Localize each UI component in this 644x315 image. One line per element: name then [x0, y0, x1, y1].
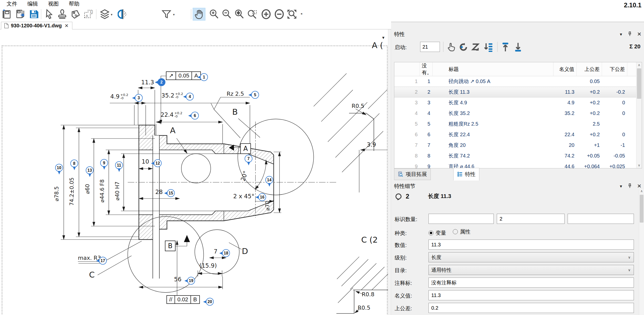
field-input[interactable] [428, 303, 634, 313]
properties-panel-buttons: ▼ ✕ [619, 31, 641, 37]
new-document-icon[interactable] [1, 8, 13, 20]
characteristic-title: 长度 11.3 [428, 192, 451, 200]
main-toolbar: 1A ▾ ▾ ◂ [0, 8, 644, 22]
panel-menu-chevron-icon[interactable]: ▼ [619, 32, 623, 36]
table-row[interactable]: 66长度 22.422.4+0.20 [394, 129, 637, 140]
close-tab-icon[interactable]: ✕ [64, 23, 69, 29]
table-row[interactable]: 55粗糙度Rz 2.52.5 [394, 119, 637, 129]
zoom-dynamic-icon[interactable] [233, 8, 245, 20]
select-arrow-icon[interactable] [43, 8, 55, 20]
z-order-icon[interactable] [470, 41, 482, 53]
pan-hand-icon[interactable] [193, 8, 205, 20]
app-version: 2.10.1 [624, 2, 641, 9]
menu-help[interactable]: 帮助 [65, 0, 83, 8]
toolbar-separator [41, 9, 41, 19]
move-top-icon[interactable] [499, 41, 511, 53]
panel-pin-icon[interactable] [628, 31, 632, 37]
scroll-down-icon[interactable]: ∨ [636, 163, 642, 168]
drawing-scrollbar[interactable] [388, 29, 391, 315]
tab-list-chevron-icon[interactable]: ▼ [381, 35, 385, 40]
drawing-canvas[interactable] [0, 0, 391, 315]
open-document-icon[interactable] [14, 8, 26, 20]
mirror-compare-icon[interactable] [117, 8, 129, 20]
filter-dropdown-icon[interactable]: ▾ [173, 13, 175, 16]
menu-view[interactable]: 视图 [45, 0, 62, 8]
toolbar-separator [191, 9, 191, 19]
id-count-input[interactable] [497, 214, 565, 224]
toolbar-separator [96, 9, 96, 19]
characteristic-number: 2 [406, 193, 409, 200]
field-select[interactable]: 通用特性∨ [428, 265, 634, 275]
move-bottom-icon[interactable] [512, 41, 524, 53]
scrollbar-thumb[interactable] [637, 68, 641, 99]
details-panel-title: 特性细节 [391, 182, 644, 190]
id-count-input[interactable] [428, 214, 494, 224]
table-row[interactable]: 11径向跳动 ↗ 0.05 A0.05 [394, 76, 637, 87]
layers-dropdown-icon[interactable]: ▾ [111, 13, 113, 16]
panel-toolbar-separator [443, 42, 443, 52]
field-select[interactable]: 长度∨ [428, 252, 634, 262]
rotate-icon[interactable] [457, 41, 469, 53]
chevron-down-icon: ∨ [628, 268, 631, 272]
document-tab[interactable]: 930-1200-406-V1.dwg ✕ [1, 22, 72, 29]
collapse-toolbar-icon[interactable]: ◂ [300, 12, 302, 15]
details-panel-buttons: ▼ ✕ [619, 183, 641, 189]
col-lower: 下公差 [602, 62, 627, 76]
properties-panel-title: 特性 [391, 30, 644, 38]
table-row[interactable]: 99直径 ⌀ 44.644.6+0.064+0.025 [394, 161, 637, 169]
field-input[interactable] [428, 240, 634, 250]
menu-file[interactable]: 文件 [3, 0, 21, 8]
start-input[interactable] [420, 42, 440, 52]
field-input[interactable] [428, 290, 634, 300]
characteristics-icon [457, 171, 463, 177]
col-no: 没有。 [420, 62, 432, 76]
zoom-out-icon[interactable] [221, 8, 233, 20]
col-upper: 上公差 [576, 62, 602, 76]
increase-icon[interactable] [260, 8, 272, 20]
table-row[interactable]: 33长度 4.94.9+0.20 [394, 97, 637, 108]
table-row[interactable]: 77角度 2020+1-1 [394, 140, 637, 151]
table-row[interactable]: 88长度 74.274.2+0.05-0.05 [394, 151, 637, 161]
field-input[interactable] [428, 278, 634, 288]
partial-region-icon[interactable]: 1A [82, 8, 95, 20]
document-icon [4, 23, 9, 28]
document-tab-label: 930-1200-406-V1.dwg [11, 23, 62, 29]
scroll-up-icon[interactable]: ∧ [636, 62, 642, 68]
panel-close-icon[interactable]: ✕ [637, 31, 641, 37]
radio-变量[interactable]: 变量 [428, 229, 446, 237]
save-icon[interactable] [28, 8, 40, 20]
table-scrollbar[interactable]: ∧ ∨ [636, 62, 642, 168]
selected-characteristic: 2 长度 11.3 [395, 191, 451, 201]
decrease-icon[interactable] [273, 8, 285, 20]
panel-menu-chevron-icon[interactable]: ▼ [619, 184, 623, 188]
field-label: 种类: [395, 230, 407, 237]
list-order-icon[interactable] [482, 41, 494, 53]
field-label: 数值: [395, 242, 407, 249]
stamp-tool-icon[interactable] [56, 8, 68, 20]
zoom-window-icon[interactable] [246, 8, 259, 20]
col-title: 标题 [432, 62, 553, 76]
start-label: 启动: [395, 44, 407, 51]
tag-tool-icon[interactable] [69, 8, 81, 20]
table-header-row: 没有。 标题 名义值 上公差 下公差 [394, 62, 637, 76]
svg-text:1: 1 [90, 10, 92, 14]
zoom-fit-icon[interactable] [286, 8, 298, 20]
radio-属性[interactable]: 属性 [453, 228, 470, 235]
tab-project-extension[interactable]: 项目拓展 [394, 168, 431, 180]
panel-pin-icon[interactable] [628, 183, 632, 189]
layers-icon[interactable] [99, 8, 111, 20]
panel-close-icon[interactable]: ✕ [637, 183, 641, 189]
menu-edit[interactable]: 编辑 [24, 0, 41, 8]
filter-icon[interactable] [160, 8, 173, 20]
tab-label: 特性 [465, 171, 476, 178]
zoom-in-icon[interactable] [208, 8, 220, 20]
field-label: 级别: [395, 254, 407, 261]
point-hand-icon[interactable] [445, 41, 457, 53]
table-row[interactable]: 44长度 35.235.2+0.20 [394, 108, 637, 119]
tab-characteristics[interactable]: 特性 [453, 168, 479, 181]
details-scrollbar[interactable]: ∧ [639, 189, 644, 315]
id-count-input[interactable] [568, 214, 634, 224]
field-label: 目录: [395, 267, 407, 274]
table-row[interactable]: 22长度 11.311.3+0.2-0.2 [394, 87, 637, 97]
right-panel: 特性 ▼ ✕ 启动: Σ 20 没有。 标题 名义值 上公差 下公差 [391, 22, 644, 315]
